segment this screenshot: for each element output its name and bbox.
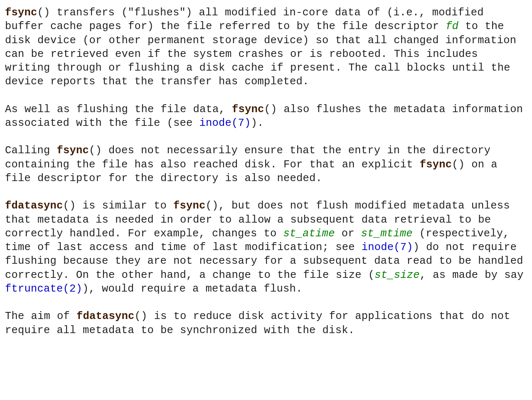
body-text: or bbox=[335, 228, 361, 240]
argument-name: st_mtime bbox=[361, 228, 413, 240]
function-name: fdatasync bbox=[5, 200, 63, 212]
body-text: The aim of bbox=[5, 310, 76, 322]
function-name: fsync bbox=[420, 159, 452, 171]
body-text: () is similar to bbox=[63, 200, 174, 212]
manpage-paragraph: fsync() transfers ("flushes") all modifi… bbox=[5, 6, 527, 89]
manpage-paragraph: fdatasync() is similar to fsync(), but d… bbox=[5, 199, 527, 296]
function-name: fsync bbox=[173, 200, 206, 212]
manpage-paragraph: As well as flushing the file data, fsync… bbox=[5, 103, 527, 130]
manpage-link[interactable]: inode(7) bbox=[362, 241, 413, 253]
function-name: fdatasync bbox=[76, 310, 135, 322]
function-name: fsync bbox=[232, 103, 264, 115]
manpage-link[interactable]: inode(7) bbox=[200, 117, 251, 129]
argument-name: fd bbox=[446, 20, 458, 32]
body-text: Calling bbox=[5, 145, 57, 157]
body-text: ), would require a metadata flush. bbox=[82, 283, 303, 295]
manpage-paragraph: The aim of fdatasync() is to reduce disk… bbox=[5, 309, 527, 337]
body-text: () transfers ("flushes") all modified in… bbox=[5, 7, 484, 32]
manpage-paragraph: Calling fsync() does not necessarily ens… bbox=[5, 144, 527, 185]
function-name: fsync bbox=[5, 7, 37, 19]
function-name: fsync bbox=[57, 145, 89, 157]
argument-name: st_atime bbox=[283, 228, 335, 240]
manpage-link[interactable]: ftruncate(2) bbox=[5, 283, 82, 295]
argument-name: st_size bbox=[374, 269, 420, 281]
body-text: ). bbox=[251, 117, 264, 129]
body-text: As well as flushing the file data, bbox=[5, 103, 232, 115]
body-text: , as made by say bbox=[420, 269, 524, 281]
